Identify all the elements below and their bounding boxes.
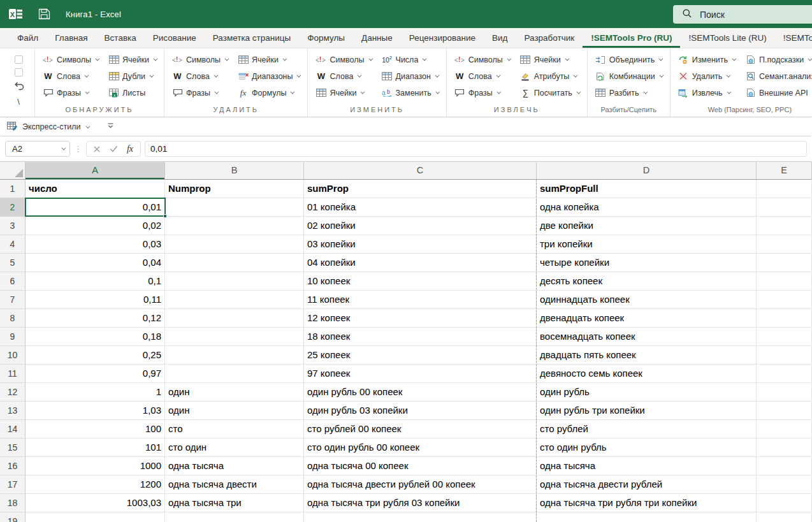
cell-a12[interactable]: 1	[25, 383, 165, 402]
cell-b12[interactable]: один	[165, 383, 304, 402]
ribbon-button[interactable]: WСлова	[315, 69, 371, 83]
tab-7[interactable]: Данные	[353, 28, 401, 48]
cell-d9[interactable]: восемнадцать копеек	[537, 328, 757, 346]
row-header-14[interactable]: 14	[0, 420, 25, 439]
cell-c15[interactable]: сто один рубль 00 копеек	[304, 439, 537, 457]
tab-2[interactable]: Главная	[47, 28, 96, 48]
row-header-2[interactable]: 2	[0, 198, 25, 217]
row-header-11[interactable]: 11	[0, 365, 25, 383]
ribbon-button[interactable]: Ячейки	[108, 53, 156, 66]
cell-d17[interactable]: одна тысяча двести рублей	[537, 475, 757, 494]
cell-e1[interactable]	[757, 180, 812, 198]
ribbon-button[interactable]: Фразы	[43, 86, 98, 99]
cell-a3[interactable]: 0,02	[25, 217, 165, 235]
ribbon-button[interactable]: WСлова	[454, 69, 510, 83]
cell-c17[interactable]: одна тысяча двести рублей 00 копеек	[304, 475, 537, 494]
ribbon-button[interactable]: <!>Символы	[315, 53, 371, 66]
undo-icon[interactable]	[13, 81, 25, 94]
cell-b2[interactable]	[165, 198, 304, 217]
cell-c18[interactable]: одна тысяча три рубля 03 копейки	[304, 494, 537, 512]
cell-a17[interactable]: 1200	[25, 475, 165, 494]
ribbon-button[interactable]: WСлова	[43, 69, 98, 83]
cell-a18[interactable]: 1003,03	[25, 494, 165, 512]
cell-e16[interactable]	[757, 457, 812, 475]
cell-e9[interactable]	[757, 328, 812, 346]
cell-a14[interactable]: 100	[25, 420, 165, 439]
cell-b16[interactable]: одна тысяча	[165, 457, 304, 475]
cell-c8[interactable]: 12 копеек	[304, 309, 537, 328]
row-header-4[interactable]: 4	[0, 235, 25, 254]
cell-e3[interactable]	[757, 217, 812, 235]
row-header-10[interactable]: 10	[0, 346, 25, 365]
cell-e18[interactable]	[757, 494, 812, 512]
cell-a9[interactable]: 0,18	[25, 328, 165, 346]
checkbox-option-2[interactable]	[15, 68, 23, 76]
cell-b18[interactable]: одна тысяча три	[165, 494, 304, 512]
row-header-9[interactable]: 9	[0, 328, 25, 346]
cell-a2[interactable]: 0,01	[25, 198, 165, 217]
cell-c19[interactable]	[304, 512, 537, 522]
fill-handle[interactable]	[163, 214, 167, 218]
row-header-15[interactable]: 15	[0, 439, 25, 457]
column-header-e[interactable]: E	[757, 162, 812, 180]
cell-a19[interactable]	[25, 512, 165, 522]
cell-d19[interactable]	[537, 512, 757, 522]
row-header-3[interactable]: 3	[0, 217, 25, 235]
cell-d2[interactable]: одна копейка	[537, 198, 757, 217]
cell-b11[interactable]	[165, 365, 304, 383]
cell-e17[interactable]	[757, 475, 812, 494]
cell-d1[interactable]: sumPropFull	[537, 180, 757, 198]
tab-4[interactable]: Рисование	[145, 28, 205, 48]
ribbon-button[interactable]: Внешние API	[745, 86, 812, 99]
cell-e14[interactable]	[757, 420, 812, 439]
tab-13[interactable]: !SEMTools (EN)	[775, 28, 812, 48]
tab-6[interactable]: Формулы	[299, 28, 353, 48]
cell-c13[interactable]: один рубль 03 копейки	[304, 402, 537, 420]
row-header-18[interactable]: 18	[0, 494, 25, 512]
ribbon-button[interactable]: xЛисты	[108, 86, 156, 99]
ribbon-button[interactable]: WСлова	[172, 69, 228, 83]
cell-e5[interactable]	[757, 254, 812, 272]
cell-d6[interactable]: десять копеек	[537, 272, 757, 291]
express-styles-button[interactable]: Экспресс-стили	[22, 122, 80, 131]
cell-e2[interactable]	[757, 198, 812, 217]
cell-a1[interactable]: число	[25, 180, 165, 198]
ribbon-button[interactable]: Ячейки	[238, 53, 300, 66]
cell-a6[interactable]: 0,1	[25, 272, 165, 291]
cell-a8[interactable]: 0,12	[25, 309, 165, 328]
cell-c6[interactable]: 10 копеек	[304, 272, 537, 291]
cell-a11[interactable]: 0,97	[25, 365, 165, 383]
collapse-ribbon-icon[interactable]	[106, 122, 115, 131]
cell-e13[interactable]	[757, 402, 812, 420]
checkbox-option-1[interactable]	[15, 55, 23, 64]
ribbon-button[interactable]: Комбинации	[595, 69, 662, 83]
ribbon-button[interactable]: 102Числа	[382, 53, 439, 66]
cell-e19[interactable]	[757, 512, 812, 522]
ribbon-button[interactable]: Диапазон	[382, 69, 439, 83]
cell-c4[interactable]: 03 копейки	[304, 235, 537, 254]
cell-d5[interactable]: четыре копейки	[537, 254, 757, 272]
row-header-6[interactable]: 6	[0, 272, 25, 291]
row-header-19[interactable]: 19	[0, 512, 25, 522]
cell-c2[interactable]: 01 копейка	[304, 198, 537, 217]
tab-8[interactable]: Рецензирование	[401, 28, 484, 48]
ribbon-button[interactable]: Атрибуты	[520, 69, 579, 83]
ribbon-button[interactable]: <!>Символы	[172, 53, 228, 66]
cell-e10[interactable]	[757, 346, 812, 365]
cell-e11[interactable]	[757, 365, 812, 383]
tab-1[interactable]: Файл	[9, 28, 47, 48]
cell-c5[interactable]: 04 копейки	[304, 254, 537, 272]
cell-b1[interactable]: Numprop	[165, 180, 304, 198]
row-header-1[interactable]: 1	[0, 180, 25, 198]
cell-b13[interactable]: один	[165, 402, 304, 420]
ribbon-button[interactable]: Объединить	[595, 53, 662, 66]
cell-c3[interactable]: 02 копейки	[304, 217, 537, 235]
backslash-tool[interactable]: \	[17, 99, 20, 105]
ribbon-button[interactable]: <!>Символы	[43, 53, 98, 66]
insert-function-icon[interactable]: fx	[122, 144, 138, 154]
ribbon-button[interactable]: П.подсказки	[745, 53, 812, 66]
ribbon-button[interactable]: <!>Символы	[454, 53, 510, 66]
cell-b15[interactable]: сто один	[165, 439, 304, 457]
cell-c1[interactable]: sumProp	[304, 180, 537, 198]
ribbon-button[interactable]: Семант.анализ	[745, 69, 812, 83]
